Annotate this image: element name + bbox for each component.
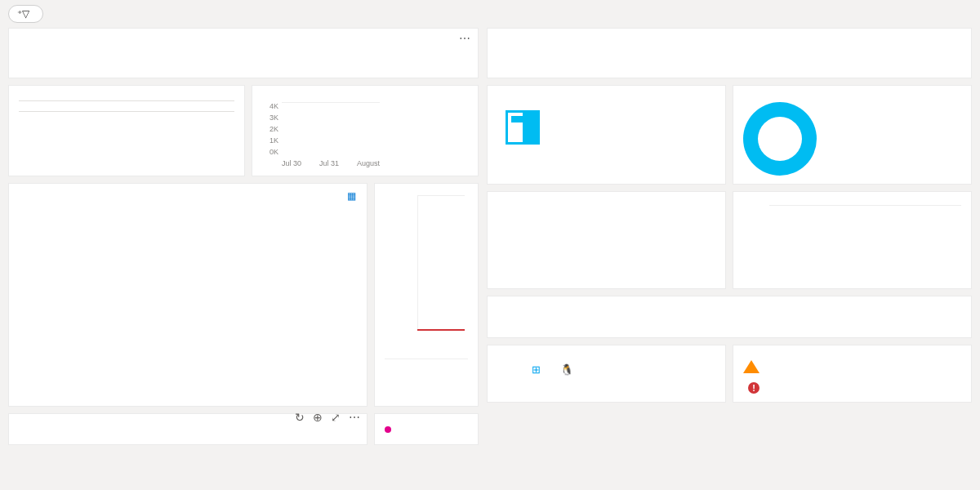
- service-map-tile[interactable]: ⊞ 🐧: [487, 345, 726, 403]
- refresh-icon[interactable]: ↻: [295, 411, 305, 424]
- linux-icon: 🐧: [560, 363, 573, 376]
- updates-donut-icon: [497, 207, 571, 280]
- col-op: [19, 101, 56, 112]
- filter-plus-icon: ⁺▽: [17, 8, 29, 20]
- live-stream-tile[interactable]: [374, 413, 479, 445]
- overview-timeline-tile[interactable]: ▦: [8, 183, 368, 407]
- col-total: [162, 101, 198, 112]
- col-pct: [198, 101, 234, 112]
- npm-tile[interactable]: !: [733, 345, 972, 403]
- more-icon[interactable]: ⋯: [349, 411, 360, 424]
- failed-requests-table: [19, 100, 234, 112]
- grid-view-icon[interactable]: ▦: [347, 190, 360, 203]
- add-filter-button[interactable]: ⁺▽: [8, 5, 43, 23]
- nsg-analytics-tile[interactable]: [733, 191, 972, 289]
- users-tile[interactable]: 4K3K2K1K0K Jul 30Jul 31August: [252, 85, 479, 176]
- zoom-in-icon[interactable]: ⊕: [313, 411, 323, 424]
- error-icon: !: [748, 382, 760, 394]
- failed-requests-tile[interactable]: [8, 85, 245, 176]
- application-map-tile[interactable]: ↻ ⊕ ⤢ ⋯: [8, 413, 368, 445]
- availability-tile[interactable]: [374, 183, 479, 407]
- warning-icon: [743, 360, 760, 373]
- windows-icon: ⊞: [532, 363, 541, 376]
- antimalware-donut-icon: [743, 102, 817, 176]
- security-center-icon: [506, 110, 540, 145]
- users-chart: 4K3K2K1K0K Jul 30Jul 31August: [262, 102, 380, 167]
- expand-icon[interactable]: ⤢: [331, 411, 341, 424]
- security-center-tile[interactable]: [487, 85, 726, 185]
- system-updates-tile[interactable]: [487, 191, 726, 289]
- availability-chart: [385, 195, 468, 350]
- pulse-icon: [385, 426, 391, 433]
- overview-chart: [19, 194, 252, 398]
- avail-label: [385, 357, 468, 359]
- nsg-chart: [743, 205, 961, 270]
- antimalware-tile[interactable]: [733, 85, 972, 185]
- tile-more-icon[interactable]: ⋯: [459, 32, 471, 45]
